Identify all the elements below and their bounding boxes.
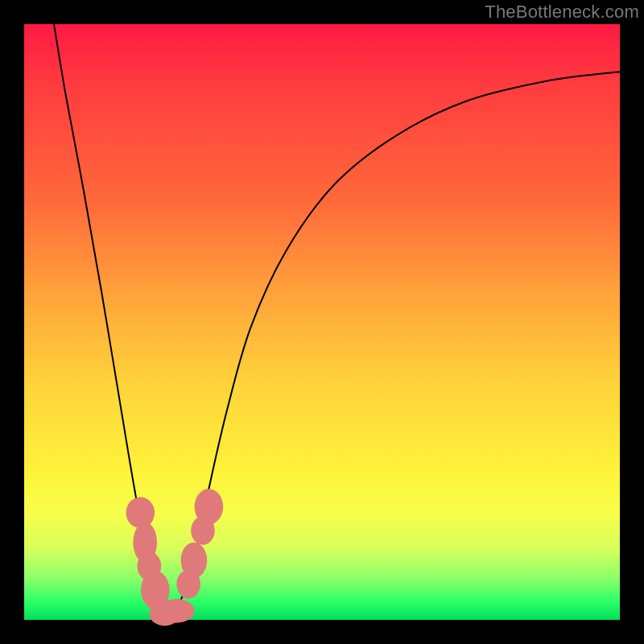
chart-svg [24,24,620,620]
outer-frame: TheBottleneck.com [0,0,644,644]
right-marker-4 [195,489,224,524]
plot-area [24,24,620,620]
marker-group [126,489,224,625]
bottom-marker-2 [159,599,194,623]
right-marker-2 [181,543,208,578]
left-marker-1 [126,497,155,528]
watermark-text: TheBottleneck.com [485,2,639,23]
